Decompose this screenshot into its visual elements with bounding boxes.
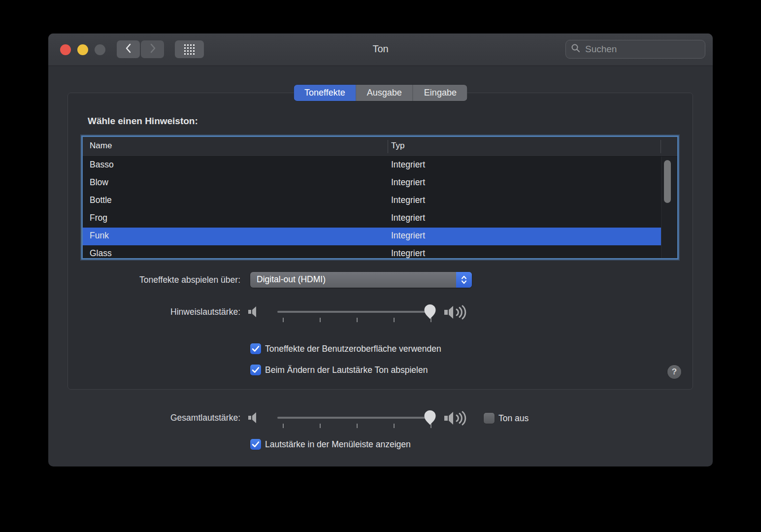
column-divider: [388, 140, 388, 153]
speaker-min-icon: [248, 305, 262, 321]
volume-change-feedback-checkbox[interactable]: [250, 365, 261, 375]
table-body: Basso Integriert Blow Integriert Bottle …: [83, 157, 677, 258]
row-name: Frog: [90, 213, 107, 223]
row-type: Integriert: [391, 160, 425, 170]
speaker-min-icon: [248, 411, 262, 427]
popup-stepper-icon: [456, 272, 472, 288]
popup-value: Digital-out (HDMI): [257, 274, 326, 285]
row-name: Blow: [90, 177, 108, 188]
ui-sound-effects-label: Toneffekte der Benutzeroberfläche verwen…: [265, 344, 441, 354]
row-type: Integriert: [391, 231, 425, 241]
output-device-popup[interactable]: Digital-out (HDMI): [250, 272, 472, 288]
row-type: Integriert: [391, 195, 425, 205]
alert-sound-section-label: Wähle einen Hinweiston:: [88, 116, 198, 127]
checkmark-icon: [250, 365, 261, 375]
table-row[interactable]: Frog Integriert: [83, 210, 661, 228]
search-input[interactable]: [584, 43, 700, 55]
slider-track[interactable]: [277, 417, 434, 419]
master-volume-label: Gesamtlautstärke:: [68, 413, 240, 423]
slider-thumb[interactable]: [424, 304, 436, 319]
mute-label: Ton aus: [498, 413, 529, 424]
search-icon: [571, 43, 581, 55]
row-type: Integriert: [391, 177, 425, 188]
checkmark-icon: [250, 343, 261, 354]
speaker-max-icon: [444, 303, 474, 323]
tab-eingabe[interactable]: Eingabe: [413, 85, 467, 101]
show-volume-in-menubar-checkbox[interactable]: [250, 439, 261, 450]
output-device-label: Toneffekte abspielen über:: [68, 275, 240, 285]
scrollbar-thumb[interactable]: [664, 160, 671, 203]
slider-ticks: [283, 424, 431, 428]
slider-thumb[interactable]: [424, 410, 436, 425]
alert-volume-label: Hinweislautstärke:: [68, 307, 240, 317]
titlebar: Ton: [48, 33, 713, 66]
row-name: Glass: [90, 248, 112, 258]
tab-ausgabe[interactable]: Ausgabe: [356, 85, 413, 101]
tab-bar: Toneffekte Ausgabe Eingabe: [294, 85, 467, 101]
speaker-max-icon: [444, 409, 474, 429]
table-row[interactable]: Bottle Integriert: [83, 192, 661, 210]
row-name: Bottle: [90, 195, 112, 205]
table-row-selected[interactable]: Funk Integriert: [83, 228, 661, 245]
search-field[interactable]: [565, 40, 705, 59]
sound-preferences-window: Ton Toneffekte Ausgabe Eingabe Wähle ein…: [48, 33, 713, 466]
slider-track[interactable]: [277, 311, 434, 313]
checkmark-icon: [250, 439, 261, 450]
table-row[interactable]: Glass Integriert: [83, 245, 661, 258]
row-type: Integriert: [391, 248, 425, 258]
row-type: Integriert: [391, 213, 425, 223]
tab-toneffekte[interactable]: Toneffekte: [294, 85, 356, 101]
show-volume-in-menubar-label: Lautstärke in der Menüleiste anzeigen: [265, 439, 411, 450]
table-header: Name Typ: [83, 137, 677, 157]
column-divider: [661, 140, 661, 153]
slider-ticks: [283, 318, 431, 322]
table-row[interactable]: Blow Integriert: [83, 174, 661, 192]
volume-change-feedback-label: Beim Ändern der Lautstärke Ton abspielen: [265, 365, 428, 375]
table-row[interactable]: Basso Integriert: [83, 157, 661, 174]
help-button[interactable]: ?: [667, 365, 681, 379]
mute-checkbox[interactable]: [484, 413, 495, 424]
column-header-name: Name: [90, 141, 112, 151]
row-name: Basso: [90, 160, 114, 170]
column-header-typ: Typ: [391, 141, 404, 151]
ui-sound-effects-checkbox[interactable]: [250, 343, 261, 354]
row-name: Funk: [90, 231, 109, 241]
alert-sound-table: Name Typ Basso Integriert Blow Integrier…: [83, 137, 677, 258]
